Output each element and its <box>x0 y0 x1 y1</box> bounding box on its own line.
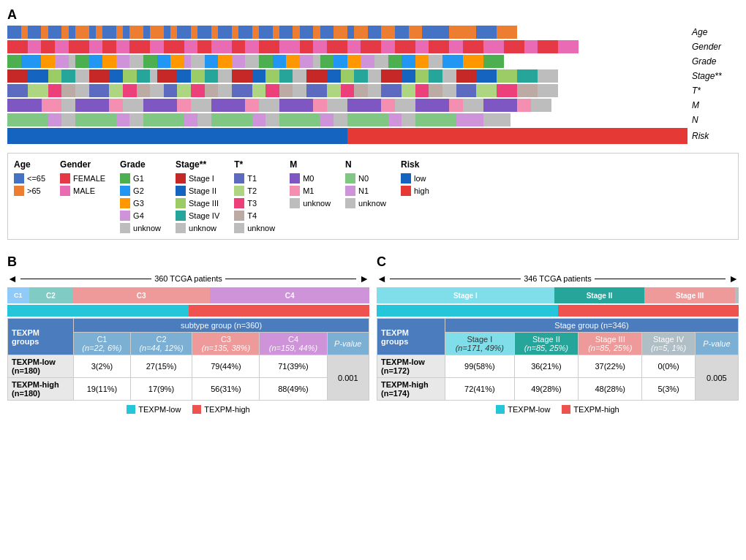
panel-b: B ◄ 360 TCGA patients ► C1 C2 C3 C4 <box>7 254 369 414</box>
heatmap-risk-row <box>7 128 687 144</box>
row-label-risk: Risk <box>692 128 739 144</box>
panel-b-table: TEXPMgroups subtype group (n=360) C1(n=2… <box>7 318 369 401</box>
legend-stage: Stage** Stage I Stage II Stage III Stage… <box>176 159 219 233</box>
legend-age: Age <=65 >65 <box>14 159 45 233</box>
table-b-row-low: TEXPM-low(n=180) 3(2%) 27(15%) 79(44%) 7… <box>8 355 369 378</box>
row-label-grade: Grade <box>692 55 739 68</box>
table-c-row-high: TEXPM-high(n=174) 72(41%) 49(28%) 48(28%… <box>377 378 739 401</box>
panel-b-subtype-bar: C1 C2 C3 C4 <box>7 287 369 303</box>
row-label-m: M <box>692 99 739 112</box>
panel-b-arrow: ◄ 360 TCGA patients ► <box>7 273 369 284</box>
legend-t: T* T1 T2 T3 T4 unknow <box>234 159 275 233</box>
row-label-age: Age <box>692 26 739 39</box>
heatmap-grade-row <box>7 55 687 68</box>
heatmap-t-row <box>7 84 687 97</box>
heatmap-stage-row <box>7 69 687 83</box>
legend-m: M M0 M1 unknow <box>290 159 331 233</box>
heatmap-n-row <box>7 113 687 126</box>
table-c-row-low: TEXPM-low(n=172) 99(58%) 36(21%) 37(22%)… <box>377 355 739 378</box>
panel-a-legend: Age <=65 >65 Gender FEMALE MALE Grade G1… <box>7 153 739 240</box>
panel-c-arrow: ◄ 346 TCGA patients ► <box>377 273 739 284</box>
panel-c-title: 346 TCGA patients <box>524 274 592 283</box>
heatmap-gender-row <box>7 40 687 53</box>
row-label-t: T* <box>692 84 739 97</box>
panel-c-table: TEXPMgroups Stage group (n=346) Stage I(… <box>377 318 739 401</box>
panel-a-label: A <box>7 7 739 23</box>
panel-c: C ◄ 346 TCGA patients ► Stage I Stage II… <box>377 254 739 414</box>
legend-risk: Risk low high <box>401 159 429 233</box>
heatmap-row-labels: Age Gender Grade Stage** T* M N Risk <box>687 26 739 145</box>
legend-grade: Grade G1 G2 G3 G4 unknow <box>120 159 161 233</box>
panel-b-label: B <box>7 254 369 270</box>
legend-n: N N0 N1 unknow <box>345 159 386 233</box>
panel-c-label: C <box>377 254 739 270</box>
table-b-row-high: TEXPM-high(n=180) 19(11%) 17(9%) 56(31%)… <box>8 378 369 401</box>
row-label-n: N <box>692 113 739 126</box>
panel-b-title: 360 TCGA patients <box>154 274 222 283</box>
heatmap-age-row <box>7 26 687 39</box>
row-label-gender: Gender <box>692 40 739 53</box>
row-label-stage: Stage** <box>692 69 739 83</box>
panel-b-legend: TEXPM-low TEXPM-high <box>7 405 369 414</box>
table-c-header: TEXPMgroups Stage group (n=346) <box>377 319 739 333</box>
heatmap-m-row <box>7 99 687 112</box>
panel-b-texpm-bar <box>7 305 369 317</box>
panel-c-stage-bar: Stage I Stage II Stage III <box>377 287 739 303</box>
panel-c-legend: TEXPM-low TEXPM-high <box>377 405 739 414</box>
panel-c-texpm-bar <box>377 305 739 317</box>
table-b-header: TEXPMgroups subtype group (n=360) <box>8 319 369 333</box>
legend-gender: Gender FEMALE MALE <box>60 159 105 233</box>
